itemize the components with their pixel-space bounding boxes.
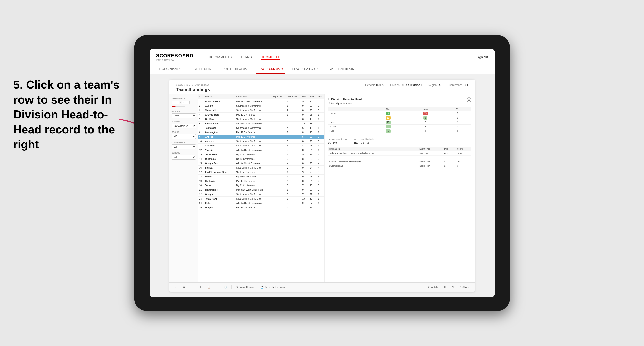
table-row[interactable]: 25 Oregon Pac-12 Conference 5 7 21 0 — [198, 205, 324, 210]
paste-button[interactable]: 📋 — [206, 285, 212, 289]
left-panel: Minimum Rou... - — [170, 94, 324, 282]
sub-nav-player-h2h-grid[interactable]: PLAYER H2H GRID — [291, 65, 319, 74]
tourn-col-pos: Pos — [443, 147, 456, 151]
undo-button[interactable]: ↩ — [174, 285, 178, 289]
app-header: SCOREBOARD Powered by clippd TOURNAMENTS… — [150, 49, 495, 65]
table-row[interactable]: 6 Florida State Atlantic Coast Conferenc… — [198, 121, 324, 126]
table-header-row: # School Conference Reg Rank Conf Rank R… — [198, 94, 324, 99]
table-row[interactable]: 11 Arkansas Southeastern Conference 6 8 … — [198, 143, 324, 148]
table-row[interactable]: 4 Arizona State Pac-12 Conference 1 9 26… — [198, 112, 324, 117]
gender-select[interactable]: Men's Women's — [172, 113, 196, 118]
share-button[interactable]: ↗ Share — [458, 285, 470, 289]
opponents-stat: Opponents in division: 99.1% — [328, 138, 348, 145]
tablet-frame: SCOREBOARD Powered by clippd TOURNAMENTS… — [134, 35, 510, 311]
step-back-button[interactable]: ⏮ — [182, 285, 187, 289]
layout-button[interactable]: ⊞ — [442, 285, 447, 289]
max-rounds-input[interactable] — [182, 101, 190, 104]
right-panel: In Division Head-to-Head University of A… — [324, 94, 475, 282]
filter-group-gender: Gender Men's Women's — [172, 110, 196, 118]
main-content: Update time: 27/03/2024 15:56:26 Team St… — [150, 74, 495, 297]
sign-out[interactable]: | Sign out — [475, 55, 488, 59]
region-select[interactable]: N/A All — [172, 134, 196, 139]
h2h-header: In Division Head-to-Head University of A… — [328, 97, 472, 105]
filter-gender: Gender: Men's — [365, 84, 384, 87]
h2h-col-range — [328, 107, 370, 111]
division-select[interactable]: NCAA Division I NCAA Division II NCAA Di… — [172, 124, 196, 128]
view-original-button[interactable]: 👁 View: Original — [235, 285, 256, 289]
table-row[interactable]: 12 Virginia Atlantic Coast Conference 8 … — [198, 148, 324, 152]
table-row[interactable]: 8 Washington Pac-12 Conference 2 8 23 1 — [198, 130, 324, 135]
logo-text: SCOREBOARD — [156, 53, 194, 59]
clock-button[interactable]: 🕐 — [222, 285, 228, 289]
save-custom-button[interactable]: 💾 Save Custom View — [259, 285, 286, 289]
h2h-row: 51-100 20 3 0 — [328, 124, 472, 129]
table-row[interactable]: 10 Alabama Southeastern Conference 5 8 2… — [198, 139, 324, 143]
table-row[interactable]: 16 Florida Southeastern Conference 7 9 2… — [198, 166, 324, 170]
min-rounds-input[interactable] — [172, 101, 180, 104]
table-row[interactable]: 20 Texas Big 12 Conference 3 7 20 0 — [198, 183, 324, 187]
logo-area: SCOREBOARD Powered by clippd — [156, 53, 194, 61]
h2h-row: >100 27 0 0 — [328, 129, 472, 133]
sub-nav-team-summary[interactable]: TEAM SUMMARY — [156, 65, 182, 74]
school-select[interactable]: (All) — [172, 155, 196, 160]
tourn-col-score: Score — [456, 147, 472, 151]
table-row[interactable]: 1 North Carolina Atlantic Coast Conferen… — [198, 99, 324, 104]
watch-button[interactable]: 👁 Watch — [426, 285, 439, 289]
filter-group-school: School (All) — [172, 152, 196, 160]
col-rds: Rds — [301, 94, 308, 99]
tourn-col-type: Event Type — [418, 147, 443, 151]
table-row[interactable]: 18 Illinois Big Ten Conference 1 9 23 3 — [198, 174, 324, 179]
h2h-col-win: Win — [370, 107, 407, 111]
col-reg-rank: Reg Rank — [272, 94, 286, 99]
nav-teams[interactable]: TEAMS — [241, 54, 252, 60]
add-button[interactable]: + — [215, 285, 219, 289]
sub-nav-player-h2h-heatmap[interactable]: PLAYER H2H HEATMAP — [326, 65, 360, 74]
copy-button[interactable]: ⧉ — [198, 285, 203, 289]
sub-nav-player-summary[interactable]: PLAYER SUMMARY — [256, 65, 285, 74]
filter-display-row: Gender: Men's Division: NCAA Division I … — [365, 84, 468, 87]
table-row[interactable]: 7 Tennessee Southeastern Conference 4 6 … — [198, 126, 324, 130]
record-stat: W-L-T record in-division: 86 - 26 - 1 — [354, 138, 376, 145]
conference-select[interactable]: (All) ACC SEC Pac-12 — [172, 145, 196, 149]
filter-group-division: Division NCAA Division I NCAA Division I… — [172, 121, 196, 128]
h2h-row: 26-50 25 2 1 — [328, 120, 472, 124]
table-row[interactable]: 2 Auburn Southeastern Conference 1 9 27 … — [198, 104, 324, 108]
h2h-close-button[interactable]: ✕ — [466, 97, 472, 102]
annotation-text: 5. Click on a team's row to see their In… — [13, 77, 124, 152]
logo-sub: Powered by clippd — [156, 59, 194, 61]
h2h-row: 11-25 11 8 0 — [328, 116, 472, 120]
sub-nav-team-h2h-heatmap[interactable]: TEAM H2H HEATMAP — [219, 65, 250, 74]
h2h-col-loss: Loss — [407, 107, 444, 111]
tourn-header-row: Tournament Event Type Pos Score — [328, 147, 472, 151]
table-row[interactable]: 17 East Tennessee State Southern Confere… — [198, 170, 324, 174]
redo-button[interactable]: ↪ — [190, 285, 195, 289]
table-row[interactable]: 24 Duke Atlantic Coast Conference 5 9 27… — [198, 201, 324, 205]
table-row[interactable]: 14 Oklahoma Big 12 Conference 2 8 26 2 — [198, 157, 324, 161]
filter-group-conference: Conference (All) ACC SEC Pac-12 — [172, 141, 196, 149]
filter-group-min-rounds: Minimum Rou... - — [172, 97, 196, 108]
table-row[interactable]: 23 Texas A&M Southeastern Conference 9 1… — [198, 196, 324, 201]
standings-table: # School Conference Reg Rank Conf Rank R… — [198, 94, 324, 210]
table-row[interactable]: 19 California Pac-12 Conference 4 8 24 2 — [198, 179, 324, 183]
sub-nav-team-h2h-grid[interactable]: TEAM H2H GRID — [188, 65, 212, 74]
col-rank: # — [198, 94, 204, 99]
grid-button[interactable]: ⊟ — [450, 285, 455, 289]
table-row[interactable]: 9 Arizona Pac-12 Conference 5 23 3 — [198, 135, 324, 139]
col-school: School — [204, 94, 235, 99]
rounds-slider[interactable] — [172, 106, 185, 107]
table-row[interactable]: 21 New Mexico Mountain West Conference 1… — [198, 187, 324, 192]
table-row[interactable]: 13 Texas Tech Big 12 Conference 1 9 27 2 — [198, 152, 324, 157]
nav-tournaments[interactable]: TOURNAMENTS — [207, 54, 232, 60]
table-row[interactable]: 5 Ole Miss Southeastern Conference 3 6 1… — [198, 117, 324, 121]
h2h-grid-table: Win Loss Tie Top 10 3 13 0 11-25 11 8 0 … — [328, 107, 472, 134]
content-panel: Update time: 27/03/2024 15:56:26 Team St… — [170, 80, 475, 292]
table-row[interactable]: 3 Vanderbilt Southeastern Conference 2 8… — [198, 108, 324, 112]
table-row[interactable]: 15 Georgia Tech Atlantic Coast Conferenc… — [198, 161, 324, 166]
nav-committee[interactable]: COMMITTEE — [261, 54, 280, 60]
table-row[interactable]: 22 Georgia Southeastern Conference 8 7 2… — [198, 192, 324, 196]
col-win: Win — [317, 94, 324, 99]
sub-nav: TEAM SUMMARY TEAM H2H GRID TEAM H2H HEAT… — [150, 65, 495, 74]
panel-body: Minimum Rou... - — [170, 94, 475, 282]
tournaments-table: Tournament Event Type Pos Score Jackson … — [328, 147, 472, 168]
h2h-row: Top 10 3 13 0 — [328, 111, 472, 116]
